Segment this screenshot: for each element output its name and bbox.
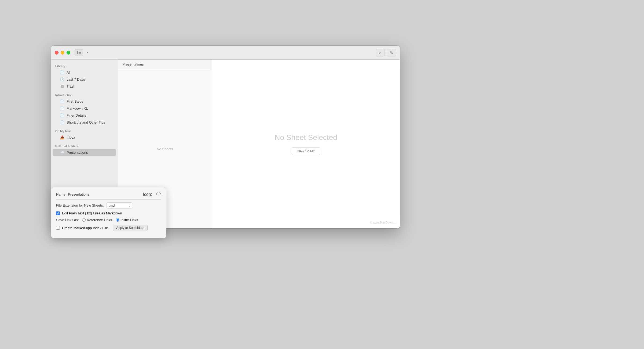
file-ext-select-wrapper[interactable]: .md .txt .markdown (107, 202, 132, 208)
popup-name-label: Name: (56, 192, 66, 196)
popup-icon-area: Icon: (143, 192, 161, 197)
sidebar-item-label-last7days: Last 7 Days (67, 77, 85, 81)
save-links-inline-radio[interactable] (116, 218, 119, 222)
cloud-icon-popup (155, 192, 161, 197)
search-icon: ⌕ (379, 50, 382, 55)
popup-name-value: Presentations (68, 192, 143, 196)
title-bar: ▾ ⌕ ✎ (51, 46, 400, 60)
sidebar-item-shortcuts[interactable]: 📄 Shortcuts and Other Tips (53, 119, 116, 126)
sidebar-item-label-finer-details: Finer Details (67, 113, 86, 117)
sidebar-item-label-presentations: Presentations (67, 150, 88, 154)
popup-save-links-row: Save Links as: Reference Links Inline Li… (56, 218, 161, 222)
doc-icon: 📄 (60, 70, 64, 74)
create-index-label: Create Marked.app Index File (62, 226, 108, 230)
traffic-lights (55, 51, 70, 55)
desktop: ▾ ⌕ ✎ Library 📄 All (0, 0, 644, 349)
popup-name-row: Name: Presentations Icon: (56, 192, 161, 197)
popup-divider-1 (56, 199, 161, 200)
sidebar-item-markdown-xl[interactable]: 📄 Markdown XL (53, 105, 116, 112)
introduction-section-label: Introduction (51, 91, 118, 98)
middle-panel-header: Presentations (118, 60, 212, 69)
radio-option-inline: Inline Links (116, 218, 138, 222)
sidebar-item-label-first-steps: First Steps (67, 99, 83, 103)
sidebar-item-all[interactable]: 📄 All (53, 69, 116, 76)
sidebar-toggle-button[interactable] (75, 49, 83, 56)
sidebar-item-finer-details[interactable]: 📄 Finer Details (53, 112, 116, 119)
sidebar-item-label-all: All (67, 70, 70, 74)
new-sheet-button[interactable]: New Sheet (292, 147, 320, 155)
title-bar-buttons: ▾ (75, 49, 90, 56)
sidebar-item-label-markdown-xl: Markdown XL (67, 106, 88, 110)
trash-icon: 🗑 (60, 84, 64, 88)
compose-icon: ✎ (390, 51, 393, 55)
on-my-mac-section-label: On My Mac (51, 127, 118, 134)
radio-option-reference: Reference Links (82, 218, 112, 222)
cloud-icon-sidebar: ☁️ (60, 150, 64, 154)
svg-rect-0 (77, 51, 78, 54)
sidebar-chevron-button[interactable]: ▾ (85, 49, 90, 56)
sidebar-item-label-trash: Trash (67, 84, 75, 88)
sidebar-item-inbox[interactable]: 📥 Inbox (53, 134, 116, 141)
no-sheet-selected-text: No Sheet Selected (275, 133, 337, 142)
svg-rect-2 (79, 52, 81, 53)
external-folders-section-label: External Folders (51, 142, 118, 149)
create-index-checkbox[interactable] (56, 226, 60, 230)
sidebar-item-presentations[interactable]: ☁️ Presentations (53, 149, 116, 156)
save-links-inline-label: Inline Links (121, 218, 138, 222)
sidebar-item-first-steps[interactable]: 📄 First Steps (53, 98, 116, 105)
popup-save-links-label: Save Links as: (56, 218, 79, 222)
popup-create-index-row: Create Marked.app Index File Apply to Su… (56, 225, 161, 231)
svg-rect-1 (79, 51, 81, 51)
popup-panel: Name: Presentations Icon: File Extension… (51, 187, 166, 238)
compose-button[interactable]: ✎ (387, 49, 396, 56)
save-links-reference-radio[interactable] (82, 218, 86, 222)
sidebar-icon (77, 51, 81, 54)
watermark: © www.MacDown... (370, 221, 396, 224)
save-links-reference-label: Reference Links (87, 218, 112, 222)
clock-icon: 🕐 (60, 77, 64, 81)
sidebar-item-last7days[interactable]: 🕐 Last 7 Days (53, 76, 116, 83)
close-button[interactable] (55, 51, 58, 55)
doc-icon-2: 📄 (60, 99, 64, 103)
doc-icon-4: 📄 (60, 113, 64, 117)
edit-plain-text-label: Edit Plain Text (.txt) Files as Markdown (62, 211, 122, 215)
search-button[interactable]: ⌕ (376, 49, 385, 56)
popup-file-ext-label: File Extension for New Sheets: (56, 203, 104, 207)
title-bar-right: ⌕ ✎ (376, 49, 396, 56)
sidebar-item-trash[interactable]: 🗑 Trash (53, 83, 116, 90)
sidebar-item-label-shortcuts: Shortcuts and Other Tips (67, 120, 105, 124)
svg-rect-3 (79, 53, 81, 54)
edit-plain-text-checkbox[interactable] (56, 211, 60, 215)
library-section-label: Library (51, 62, 118, 69)
main-panel: No Sheet Selected New Sheet © www.MacDow… (212, 60, 400, 228)
maximize-button[interactable] (67, 51, 70, 55)
doc-icon-3: 📄 (60, 106, 64, 110)
inbox-icon: 📥 (60, 135, 64, 139)
popup-edit-plain-text-row: Edit Plain Text (.txt) Files as Markdown (56, 211, 161, 215)
chevron-down-icon: ▾ (87, 51, 88, 54)
doc-icon-5: 📄 (60, 120, 64, 124)
file-ext-select[interactable]: .md .txt .markdown (107, 202, 132, 208)
minimize-button[interactable] (61, 51, 64, 55)
apply-to-subfolders-button[interactable]: Apply to Subfolders (113, 225, 148, 231)
sidebar-item-label-inbox: Inbox (67, 135, 75, 139)
popup-icon-label: Icon: (143, 192, 152, 197)
popup-file-ext-row: File Extension for New Sheets: .md .txt … (56, 202, 161, 208)
